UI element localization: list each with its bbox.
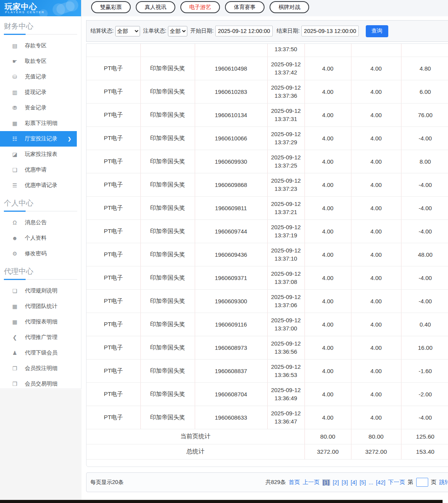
- sidebar-item-agent-promotion-share[interactable]: ❮代理推广管理: [0, 330, 81, 345]
- sidebar-item-label: 彩票下注明细: [25, 120, 57, 127]
- table-row: PT电子印加帝国头奖19606099302025-09-1213:37:254.…: [86, 150, 448, 173]
- sidebar-item-withdraw-hand[interactable]: ☛取款专区: [0, 54, 81, 69]
- sidebar-item-agent-rules-doc[interactable]: ❏代理规则说明: [0, 283, 81, 299]
- first-page-link[interactable]: 首页: [289, 479, 300, 486]
- sidebar-item-announcement-bell[interactable]: Ω消息公告: [0, 215, 81, 230]
- cell-valid-bet: 4.00: [351, 289, 401, 313]
- bet-time: 13:37:10: [268, 254, 304, 263]
- cell-order-number: 1960608704: [195, 382, 267, 406]
- sidebar-item-label: 厅室投注记录: [25, 135, 57, 142]
- tab-电子游艺[interactable]: 电子游艺: [180, 1, 220, 13]
- sidebar-item-promo-apply[interactable]: ❑优惠申请: [0, 162, 81, 178]
- cell-winloss: 4.80: [401, 57, 448, 80]
- sidebar-item-funds-record[interactable]: ⛃资金记录: [0, 100, 81, 116]
- sidebar-item-label: 代理规则说明: [25, 287, 57, 294]
- sidebar-item-withdrawal-record[interactable]: ▥提现记录: [0, 85, 81, 100]
- cell-bet-amount: 4.00: [304, 196, 351, 220]
- sidebar-item-label: 会员投注明细: [25, 365, 57, 372]
- sidebar-item-change-password-gear[interactable]: ⚙修改密码: [0, 246, 81, 261]
- total-count-label: 共829条: [265, 479, 286, 486]
- total-summary-valid: 3272.00: [351, 444, 401, 459]
- bet-time: 13:37:31: [268, 115, 304, 123]
- sidebar-item-player-bet-report[interactable]: ◪玩家投注报表: [0, 147, 81, 162]
- cell-game-type: PT电子: [86, 243, 140, 266]
- search-button[interactable]: 查询: [366, 25, 388, 37]
- sidebar-item-profile-person[interactable]: ☻个人资料: [0, 230, 81, 246]
- page-link-5[interactable]: [5]: [360, 479, 366, 486]
- sidebar-item-hall-bet-record[interactable]: ☷厅室投注记录❯: [0, 131, 77, 147]
- main-content: 雙赢彩票真人视讯电子游艺体育赛事棋牌对战 结算状态: 全部 注单状态: 全部 开…: [81, 0, 448, 503]
- jump-page-input[interactable]: [416, 478, 428, 487]
- sidebar-item-deposit-card[interactable]: ▤存款专区: [0, 38, 81, 54]
- agent-report-detail-icon: ▦: [12, 319, 18, 325]
- app-header: 玩家中心 PLAYERS CENTER: [0, 0, 81, 16]
- cell-bet-time: 2025-09-1213:37:29: [267, 126, 304, 150]
- end-date-input[interactable]: [301, 26, 359, 36]
- page-link-4[interactable]: [4]: [351, 479, 357, 486]
- sidebar-item-lottery-bet-detail[interactable]: ▦彩票下注明细: [0, 116, 81, 131]
- agent-sub-members-icon: ♟: [12, 350, 18, 356]
- jump-go-link[interactable]: 跳转: [439, 479, 448, 486]
- cell-order-number: 1960609744: [195, 220, 267, 243]
- sidebar-item-agent-report-detail[interactable]: ▦代理报表明细: [0, 314, 81, 330]
- tab-真人视讯[interactable]: 真人视讯: [136, 1, 175, 13]
- bet-date: 2025-09-12: [268, 363, 304, 371]
- next-page-link[interactable]: 下一页: [388, 479, 405, 486]
- cell-winloss: 76.00: [401, 103, 448, 126]
- cell-bet-time: 2025-09-1213:37:36: [267, 80, 304, 103]
- tab-棋牌对战[interactable]: 棋牌对战: [270, 1, 309, 13]
- sidebar-item-agent-team-stats[interactable]: ▦代理团队统计: [0, 299, 81, 314]
- sidebar-item-label: 个人资料: [25, 235, 47, 242]
- page-link-3[interactable]: [3]: [342, 479, 348, 486]
- tab-体育赛事[interactable]: 体育赛事: [225, 1, 265, 13]
- cell-valid-bet: 4.00: [351, 313, 401, 336]
- sidebar-item-label: 代理报表明细: [25, 318, 57, 325]
- sidebar-item-member-transaction-detail[interactable]: ❒会员交易明细: [0, 376, 81, 392]
- sidebar-item-label: 代理推广管理: [25, 334, 57, 341]
- cell-game-name: 印加帝国头奖: [140, 266, 195, 289]
- sidebar-item-label: 优惠申请记录: [25, 182, 57, 189]
- bet-date: 2025-09-12: [268, 130, 304, 138]
- sidebar-item-agent-sub-members[interactable]: ♟代理下级会员: [0, 345, 81, 361]
- start-date-input[interactable]: [215, 26, 273, 36]
- sidebar-item-member-bet-detail[interactable]: ❐会员投注明细: [0, 361, 81, 376]
- cell-winloss: 16.00: [401, 336, 448, 359]
- end-date-label: 结束日期:: [277, 28, 300, 35]
- cell-game-name: 印加帝国头奖: [140, 150, 195, 173]
- sidebar-item-label: 会员交易明细: [25, 380, 57, 387]
- sidebar-item-recharge-record[interactable]: ⛁充值记录: [0, 69, 81, 85]
- cell-order-number: 1960608973: [195, 336, 267, 359]
- settle-status-select[interactable]: 全部: [115, 26, 140, 36]
- cell-bet-time: 2025-09-1213:36:53: [267, 359, 304, 382]
- cell-bet-time: 2025-09-1213:36:49: [267, 382, 304, 406]
- cell-game-type: PT电子: [86, 359, 140, 382]
- page-link-1[interactable]: [1]: [322, 479, 330, 486]
- table-row: PT电子印加帝国头奖19606100662025-09-1213:37:294.…: [86, 126, 448, 150]
- withdrawal-record-icon: ▥: [12, 89, 18, 95]
- cell-bet-time: 2025-09-1213:37:42: [267, 57, 304, 80]
- cell-bet-amount: 4.00: [304, 359, 351, 382]
- chevron-right-icon: ❯: [67, 136, 71, 142]
- agent-promotion-share-icon: ❮: [12, 334, 18, 341]
- bet-date: 2025-09-12: [268, 246, 304, 254]
- pager-controls: 共829条 首页 上一页 [1][2][3][4][5]...[42] 下一页 …: [265, 478, 448, 487]
- page-summary-winloss: 125.60: [401, 429, 448, 444]
- tab-雙赢彩票[interactable]: 雙赢彩票: [91, 1, 131, 13]
- withdraw-hand-icon: ☛: [12, 58, 18, 64]
- cell-valid-bet: 4.00: [351, 220, 401, 243]
- jump-prefix-label: 第: [408, 479, 413, 486]
- order-status-select[interactable]: 全部: [168, 26, 187, 36]
- page-link-42[interactable]: [42]: [376, 479, 385, 486]
- table-row: PT电子印加帝国头奖19606089732025-09-1213:36:564.…: [86, 336, 448, 359]
- cell-valid-bet: 4.00: [351, 57, 401, 80]
- cell-bet-amount: 4.00: [304, 103, 351, 126]
- cell-winloss: -1.60: [401, 359, 448, 382]
- cell-winloss: 0.40: [401, 313, 448, 336]
- cell-game-type: PT电子: [86, 220, 140, 243]
- cell-bet-amount: 4.00: [304, 406, 351, 429]
- page-ellipsis: ...: [368, 479, 373, 486]
- prev-page-link[interactable]: 上一页: [303, 479, 320, 486]
- page-link-2[interactable]: [2]: [333, 479, 339, 486]
- sidebar-item-promo-apply-record[interactable]: ☰优惠申请记录: [0, 178, 81, 193]
- cell-valid-bet: 4.00: [351, 359, 401, 382]
